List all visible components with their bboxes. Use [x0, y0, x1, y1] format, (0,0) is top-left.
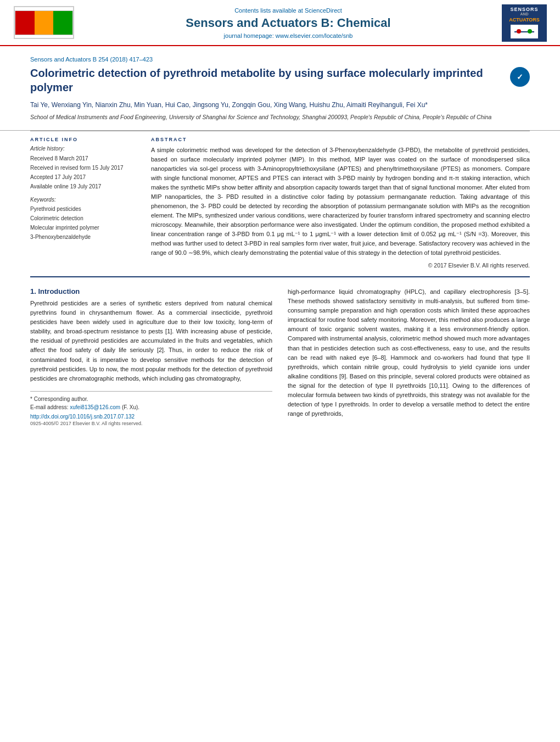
- journal-title: Sensors and Actuators B: Chemical: [88, 16, 489, 30]
- intro-col-right: high-performance liquid chromatography (…: [288, 287, 530, 426]
- journal-issue: Sensors and Actuators B 254 (2018) 417–4…: [30, 56, 530, 63]
- sensors-text: SENSORS: [509, 7, 540, 13]
- article-info-heading: ARTICLE INFO: [30, 137, 140, 142]
- received-date: Received 8 March 2017: [30, 154, 140, 163]
- article-header: Sensors and Actuators B 254 (2018) 417–4…: [0, 46, 560, 131]
- article-info-col: ARTICLE INFO Article history: Received 8…: [30, 137, 140, 269]
- issn-line: 0925-4005/© 2017 Elsevier B.V. All right…: [30, 421, 272, 426]
- doi-link[interactable]: http://dx.doi.org/10.1016/j.snb.2017.07.…: [30, 414, 272, 420]
- abstract-col: ABSTRACT A simple colorimetric method wa…: [151, 137, 530, 269]
- footnote-area: * Corresponding author. E-mail address: …: [30, 391, 272, 426]
- journal-header: Contents lists available at ScienceDirec…: [0, 0, 560, 46]
- body-content: 1. Introduction Pyrethroid pesticides ar…: [0, 282, 560, 431]
- contents-label-text: Contents lists available at: [234, 7, 303, 14]
- accepted-date: Accepted 17 July 2017: [30, 172, 140, 182]
- email-suffix: (F. Xu).: [122, 404, 139, 410]
- homepage-label: journal homepage:: [224, 32, 274, 39]
- sensors-logo-text: SENSORS and AcTuators: [509, 7, 540, 40]
- revised-date: Received in revised form 15 July 2017: [30, 163, 140, 172]
- copyright: © 2017 Elsevier B.V. All rights reserved…: [151, 262, 530, 269]
- affiliation: School of Medical Instruments and Food E…: [30, 113, 505, 121]
- email-note: E-mail address: xufei8135@126.com (F. Xu…: [30, 403, 272, 411]
- abstract-text: A simple colorimetric method was develop…: [151, 146, 530, 258]
- article-info-abstract-section: ARTICLE INFO Article history: Received 8…: [0, 131, 560, 275]
- email-label: E-mail address:: [30, 404, 68, 410]
- journal-homepage: journal homepage: www.elsevier.com/locat…: [88, 32, 489, 39]
- and-text: and: [509, 12, 540, 16]
- homepage-url[interactable]: www.elsevier.com/locate/snb: [276, 32, 353, 39]
- article-title: Colorimetric detection of pyrethroid met…: [30, 66, 505, 94]
- article-history-label: Article history:: [30, 146, 140, 152]
- keyword-4: 3-Phenoxybenzaldehyde: [30, 232, 140, 242]
- abstract-heading: ABSTRACT: [151, 137, 530, 142]
- keyword-2: Colorimetric detection: [30, 214, 140, 223]
- intro-col-left: 1. Introduction Pyrethroid pesticides ar…: [30, 287, 272, 426]
- journal-center: Contents lists available at ScienceDirec…: [77, 7, 500, 39]
- elsevier-logo: [11, 6, 77, 40]
- keyword-3: Molecular imprinted polymer: [30, 223, 140, 232]
- intro-paragraph-2: high-performance liquid chromatography (…: [288, 287, 530, 419]
- actuators-text: AcTuators: [509, 17, 540, 23]
- crossmark-logo: ✓: [510, 67, 530, 87]
- keyword-1: Pyrethroid pesticides: [30, 204, 140, 214]
- available-date: Available online 19 July 2017: [30, 182, 140, 191]
- body-separator: [30, 276, 530, 277]
- svg-point-2: [528, 29, 532, 34]
- contents-label: Contents lists available at ScienceDirec…: [88, 7, 489, 14]
- section1-title: 1. Introduction: [30, 287, 272, 295]
- sciencedirect-link[interactable]: ScienceDirect: [305, 7, 342, 14]
- sensors-logo-box: SENSORS and AcTuators: [502, 4, 547, 42]
- email-address[interactable]: xufei8135@126.com: [70, 404, 120, 410]
- page-wrapper: Contents lists available at ScienceDirec…: [0, 0, 560, 742]
- journal-logo-right: SENSORS and AcTuators: [500, 4, 549, 42]
- keywords-heading: Keywords:: [30, 197, 140, 203]
- intro-paragraph-1: Pyrethroid pesticides are a series of sy…: [30, 299, 272, 383]
- authors: Tai Ye, Wenxiang Yin, Nianxin Zhu, Min Y…: [30, 100, 505, 110]
- corresponding-author-note: * Corresponding author.: [30, 395, 272, 403]
- svg-point-1: [517, 29, 521, 34]
- elsevier-logo-box: [14, 6, 74, 39]
- introduction-section: 1. Introduction Pyrethroid pesticides ar…: [30, 287, 530, 426]
- svg-text:✓: ✓: [517, 72, 523, 81]
